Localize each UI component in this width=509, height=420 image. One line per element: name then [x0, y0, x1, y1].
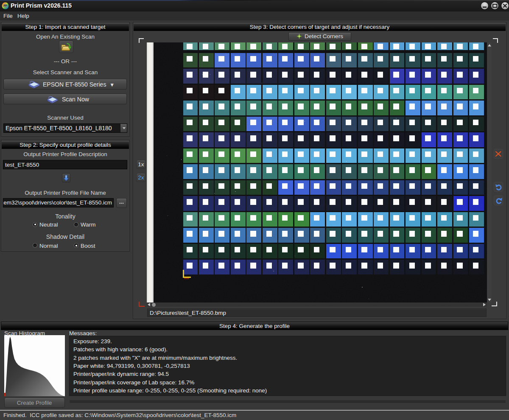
svg-text:PP: PP — [3, 4, 7, 7]
